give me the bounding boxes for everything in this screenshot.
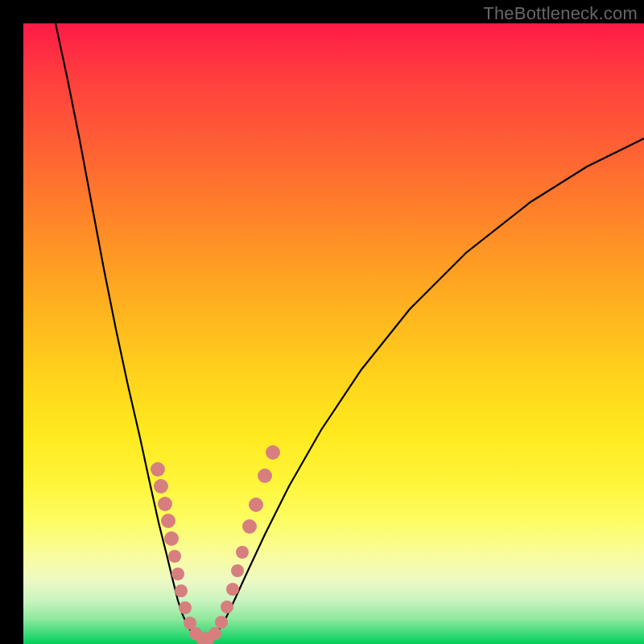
data-marker [208,627,221,640]
data-marker [231,564,244,577]
data-marker [242,519,257,534]
data-marker [179,601,192,614]
data-marker [158,497,172,511]
data-marker [171,568,184,580]
watermark-text: TheBottleneck.com [483,3,638,24]
chart-svg [23,23,644,644]
data-marker [154,479,168,493]
data-marker [221,601,233,613]
data-marker [236,546,249,559]
data-marker [164,531,179,546]
data-marker [249,497,263,512]
data-marker [161,514,175,528]
data-marker [215,616,228,629]
data-marker [151,462,165,477]
data-marker [168,550,181,563]
chart-frame: TheBottleneck.com [0,0,644,644]
data-marker [258,469,272,483]
bottleneck-curve [56,23,644,641]
data-marker [266,445,280,460]
data-marker [175,584,188,597]
data-marker [226,583,239,596]
plot-area [23,23,644,644]
